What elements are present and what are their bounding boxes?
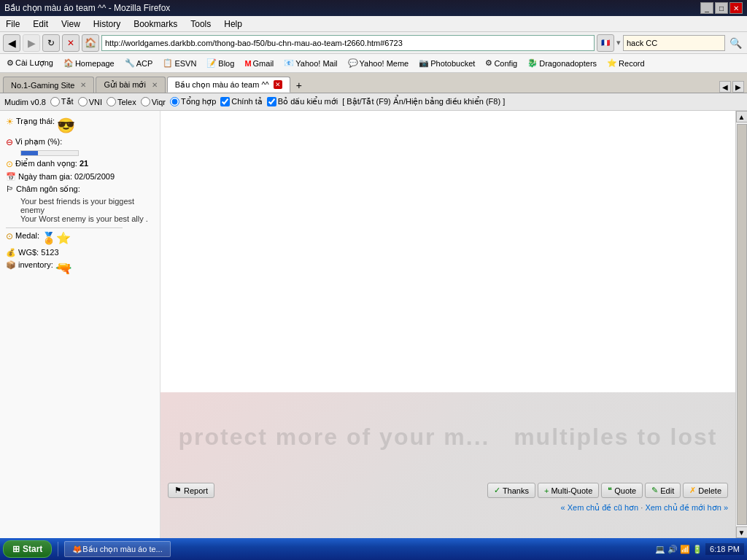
- bookmark-photobucket[interactable]: 📷 Photobucket: [415, 58, 479, 69]
- tab-close-red[interactable]: ✕: [274, 80, 282, 89]
- scrollbar[interactable]: ▲ ▼: [735, 111, 747, 538]
- medal-field: ⊙ Medal: 🏅⭐: [6, 231, 154, 245]
- scroll-up[interactable]: ▲: [736, 111, 748, 122]
- viqr-option[interactable]: Viqr: [141, 97, 166, 106]
- quote-icon: ❝: [608, 486, 612, 495]
- report-button[interactable]: ⚑ Report: [168, 483, 214, 498]
- minimize-button[interactable]: _: [700, 2, 713, 14]
- esvn-icon: 📋: [163, 58, 173, 68]
- edit-button[interactable]: ✎ Edit: [645, 483, 681, 498]
- firefox-icon: 🦊: [72, 545, 82, 554]
- menu-bar: File Edit View History Bookmarks Tools H…: [0, 16, 747, 32]
- start-button[interactable]: ⊞ Start: [3, 540, 52, 558]
- thanks-button[interactable]: ✓ Thanks: [487, 483, 535, 498]
- tab-scroll-left[interactable]: ◀: [719, 81, 731, 93]
- home-button[interactable]: 🏠: [82, 34, 99, 52]
- taskbar-divider: [58, 542, 58, 556]
- refresh-button[interactable]: ↻: [42, 34, 60, 52]
- maximize-button[interactable]: □: [715, 2, 728, 14]
- user-sidebar: ☀ Trạng thái: 😎 ⊖ Vi phạm (%): ⊙ Điểm da…: [0, 111, 160, 538]
- delete-button[interactable]: ✗ Delete: [683, 483, 728, 498]
- mudim-label: Mudim v0.8: [4, 98, 46, 106]
- url-input[interactable]: [101, 35, 595, 51]
- search-button[interactable]: 🔍: [727, 37, 744, 49]
- bookmark-esvn[interactable]: 📋 ESVN: [159, 58, 200, 69]
- nav-bar: ◀ ▶ ↻ ✕ 🏠 🇫🇷 ▾ 🔍: [0, 32, 747, 54]
- yahoo-mail-icon: 📧: [284, 58, 294, 68]
- scroll-down[interactable]: ▼: [736, 526, 748, 538]
- tab-bau-label: Bầu chọn màu áo team ^^: [175, 80, 269, 90]
- tabs-bar: No.1-Gaming Site ✕ Gửi bài mới ✕ Bầu chọ…: [0, 73, 747, 93]
- tat-option[interactable]: Tắt: [50, 97, 74, 106]
- edit-icon: ✎: [651, 486, 658, 495]
- bookmark-dragonadopters[interactable]: 🐉 Dragonadopters: [524, 58, 600, 69]
- content-area: ☀ Trạng thái: 😎 ⊖ Vi phạm (%): ⊙ Điểm da…: [0, 111, 747, 538]
- quote-button[interactable]: ❝ Quote: [601, 483, 643, 498]
- tab-gaming-site[interactable]: No.1-Gaming Site ✕: [3, 77, 94, 93]
- yahoo-meme-icon: 💬: [348, 58, 358, 68]
- post-navigation: « Xem chủ đề cũ hơn · Xem chủ đề mới hơn…: [561, 503, 728, 513]
- close-button[interactable]: ✕: [729, 2, 743, 14]
- taskbar-firefox[interactable]: 🦊 Bầu chọn màu áo te...: [64, 541, 170, 557]
- calendar-icon: 📅: [6, 172, 16, 182]
- tab-bau-chon[interactable]: Bầu chọn màu áo team ^^ ✕: [167, 77, 290, 93]
- next-topic-link[interactable]: Xem chủ đề mới hơn »: [645, 503, 728, 512]
- menu-file[interactable]: File: [3, 18, 23, 31]
- menu-tools[interactable]: Tools: [187, 18, 214, 31]
- tong-hop-option[interactable]: Tổng hợp: [170, 97, 216, 106]
- menu-history[interactable]: History: [90, 18, 123, 31]
- menu-bookmarks[interactable]: Bookmarks: [131, 18, 180, 31]
- separator: ▾: [616, 38, 621, 47]
- menu-view[interactable]: View: [58, 18, 83, 31]
- bookmark-blog[interactable]: 📝 Blog: [203, 58, 238, 69]
- tab-nav-buttons: ◀ ▶: [308, 81, 744, 93]
- bookmarks-bar: ⚙ Cài Lượng 🏠 Homepage 🔧 ACP 📋 ESVN 📝 Bl…: [0, 54, 747, 73]
- thanks-icon: ✓: [494, 486, 500, 495]
- bookmark-homepage[interactable]: 🏠 Homepage: [60, 58, 118, 69]
- telex-option[interactable]: Telex: [107, 97, 136, 106]
- weapon-image: 🔫: [55, 260, 71, 276]
- bookmark-acp[interactable]: 🔧 ACP: [121, 58, 157, 69]
- windows-logo: ⊞: [12, 544, 20, 554]
- bookmark-gmail[interactable]: M Gmail: [241, 58, 277, 69]
- delete-post-icon: ✗: [689, 486, 696, 495]
- bookmark-yahoo-mail[interactable]: 📧 Yahoo! Mail: [280, 58, 341, 69]
- bookmark-yahoo-meme[interactable]: 💬 Yahoo! Meme: [344, 58, 413, 69]
- config-icon: ⚙: [485, 58, 492, 68]
- tab-gui-close[interactable]: ✕: [152, 81, 158, 89]
- tab-gaming-label: No.1-Gaming Site: [11, 81, 74, 90]
- bookmark-cai-luong[interactable]: ⚙ Cài Lượng: [3, 58, 57, 69]
- window-titlebar: Bầu chọn màu áo team ^^ - Mozilla Firefo…: [0, 0, 747, 16]
- report-button-area: ⚑ Report: [168, 483, 214, 498]
- tab-scroll-right[interactable]: ▶: [732, 81, 744, 93]
- menu-help[interactable]: Help: [221, 18, 245, 31]
- prev-topic-link[interactable]: « Xem chủ đề cũ hơn: [561, 503, 639, 512]
- points-value: 21: [80, 159, 88, 168]
- new-tab-button[interactable]: +: [292, 78, 306, 93]
- stop-button[interactable]: ✕: [62, 34, 80, 52]
- vni-option[interactable]: VNI: [78, 97, 102, 106]
- scroll-thumb[interactable]: [737, 124, 747, 525]
- join-date-value: 02/05/2009: [74, 172, 115, 181]
- bo-dau-option[interactable]: Bỏ dấu kiểu mới: [267, 97, 338, 106]
- forward-button[interactable]: ▶: [23, 34, 40, 52]
- dragon-icon: 🐉: [527, 58, 538, 68]
- acp-icon: 🔧: [125, 58, 135, 68]
- tab-gui-bai-moi[interactable]: Gửi bài mới ✕: [96, 77, 165, 93]
- multi-quote-button[interactable]: + Multi-Quote: [538, 483, 599, 498]
- tab-gaming-close[interactable]: ✕: [80, 81, 86, 89]
- bookmark-record[interactable]: ⭐ Record: [603, 58, 648, 69]
- flag-icon-profile: 🏳: [6, 184, 14, 193]
- bookmark-config[interactable]: ⚙ Config: [481, 58, 521, 69]
- inventory-label: inventory:: [18, 260, 53, 269]
- join-date-field: 📅 Ngày tham gia: 02/05/2009: [6, 172, 154, 182]
- medal-badge: 🏅⭐: [42, 231, 71, 245]
- menu-edit[interactable]: Edit: [30, 18, 51, 31]
- back-button[interactable]: ◀: [3, 34, 20, 52]
- blog-icon: 📝: [206, 58, 217, 68]
- status-label: Trạng thái:: [16, 117, 55, 126]
- search-input[interactable]: [623, 35, 725, 51]
- points-icon: ⊙: [6, 159, 13, 169]
- flag-icon: 🇫🇷: [597, 34, 614, 52]
- chinh-ta-option[interactable]: Chính tả: [220, 97, 262, 106]
